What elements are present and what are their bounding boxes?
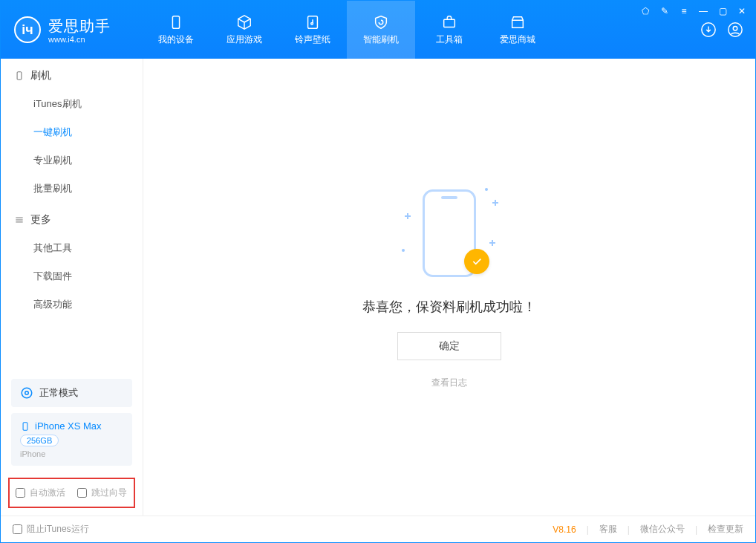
option-label: 跳过向导 [91,487,127,499]
refresh-shield-icon [373,14,389,30]
sidebar-section-more: 更多 [1,203,143,234]
svg-point-6 [733,26,737,30]
brand: iч 爱思助手 www.i4.cn [1,1,142,59]
option-block-itunes[interactable]: 阻止iTunes运行 [13,523,89,536]
svg-rect-0 [172,16,179,28]
tab-label: 工具箱 [436,33,463,46]
block-itunes-checkbox[interactable] [13,524,22,534]
svg-point-5 [729,23,742,36]
skin-icon[interactable]: ⬠ [638,5,653,17]
device-type: iPhone [20,449,123,458]
auto-activate-checkbox[interactable] [16,488,25,498]
feedback-icon[interactable]: ✎ [657,5,672,17]
wechat-link[interactable]: 微信公众号 [640,523,685,536]
list-icon [14,215,25,225]
sidebar-item-other-tools[interactable]: 其他工具 [1,234,143,262]
brand-name: 爱思助手 [48,16,111,36]
header: ⬠ ✎ ≡ — ▢ ✕ iч 爱思助手 www.i4.cn 我的设备 应用游戏 [1,1,755,59]
tab-label: 我的设备 [158,33,194,46]
device-icon [14,71,25,81]
brand-url: www.i4.cn [48,35,111,44]
svg-point-9 [25,391,29,395]
view-log-link[interactable]: 查看日志 [431,377,467,389]
tab-my-device[interactable]: 我的设备 [142,1,210,59]
header-tabs: 我的设备 应用游戏 铃声壁纸 智能刷机 工具箱 爱思商城 [142,1,552,59]
mode-card[interactable]: 正常模式 [11,379,132,407]
tab-apps-games[interactable]: 应用游戏 [210,1,278,59]
skip-guide-checkbox[interactable] [77,488,87,498]
confirm-button[interactable]: 确定 [397,332,501,360]
sidebar-item-oneclick-flash[interactable]: 一键刷机 [1,118,143,146]
tab-ringtones[interactable]: 铃声壁纸 [278,1,347,59]
tab-smart-flash[interactable]: 智能刷机 [347,1,415,59]
close-button[interactable]: ✕ [734,5,749,17]
cube-icon [236,14,252,30]
section-title: 刷机 [30,69,51,82]
device-name-row: iPhone XS Max [20,420,123,432]
mode-icon [20,386,33,400]
svg-point-2 [311,22,313,25]
sidebar-item-batch-flash[interactable]: 批量刷机 [1,175,143,203]
section-title: 更多 [30,213,51,227]
support-link[interactable]: 客服 [599,523,617,536]
tab-label: 应用游戏 [227,33,262,46]
success-illustration [397,185,501,282]
success-message: 恭喜您，保资料刷机成功啦！ [362,298,536,316]
sidebar-section-flash: 刷机 [1,59,143,90]
footer: 阻止iTunes运行 V8.16 | 客服 | 微信公众号 | 检查更新 [1,516,755,542]
mode-label: 正常模式 [39,386,78,400]
option-label: 自动激活 [30,487,65,499]
phone-small-icon [20,421,30,432]
device-card[interactable]: iPhone XS Max 256GB iPhone [11,413,132,466]
svg-point-8 [22,388,32,398]
option-auto-activate[interactable]: 自动激活 [16,487,65,499]
highlighted-options: 自动激活 跳过向导 [8,478,135,508]
svg-rect-10 [23,422,27,430]
window-controls: ⬠ ✎ ≡ — ▢ ✕ [638,5,749,17]
tab-label: 智能刷机 [363,33,399,46]
main-content: 恭喜您，保资料刷机成功啦！ 确定 查看日志 [143,59,755,516]
brand-logo-icon: iч [14,16,41,43]
option-skip-guide[interactable]: 跳过向导 [77,487,127,499]
sidebar-item-advanced[interactable]: 高级功能 [1,290,143,319]
toolbox-icon [441,14,457,30]
tab-store[interactable]: 爱思商城 [483,1,552,59]
app-window: ⬠ ✎ ≡ — ▢ ✕ iч 爱思助手 www.i4.cn 我的设备 应用游戏 [0,0,756,543]
minimize-button[interactable]: — [696,5,711,17]
sidebar-item-itunes-flash[interactable]: iTunes刷机 [1,90,143,118]
music-file-icon [304,14,321,30]
menu-icon[interactable]: ≡ [677,5,691,17]
tab-toolbox[interactable]: 工具箱 [415,1,483,59]
maximize-button[interactable]: ▢ [715,5,730,17]
phone-icon [168,14,184,30]
sidebar-item-download-firmware[interactable]: 下载固件 [1,262,143,290]
device-name: iPhone XS Max [35,420,102,432]
footer-right: V8.16 | 客服 | 微信公众号 | 检查更新 [553,523,743,536]
body: 刷机 iTunes刷机 一键刷机 专业刷机 批量刷机 更多 其他工具 下载固件 … [1,59,755,516]
store-icon [509,14,526,30]
sidebar: 刷机 iTunes刷机 一键刷机 专业刷机 批量刷机 更多 其他工具 下载固件 … [1,59,143,516]
tab-label: 铃声壁纸 [295,33,330,46]
option-label: 阻止iTunes运行 [27,523,89,536]
check-update-link[interactable]: 检查更新 [708,523,743,536]
svg-rect-3 [444,19,455,27]
download-button[interactable] [699,20,718,39]
svg-rect-7 [17,72,22,80]
sidebar-item-pro-flash[interactable]: 专业刷机 [1,146,143,175]
device-capacity: 256GB [20,435,59,446]
tab-label: 爱思商城 [500,33,535,46]
account-button[interactable] [726,20,745,39]
version-label: V8.16 [553,524,576,535]
success-check-badge-icon [464,249,489,274]
